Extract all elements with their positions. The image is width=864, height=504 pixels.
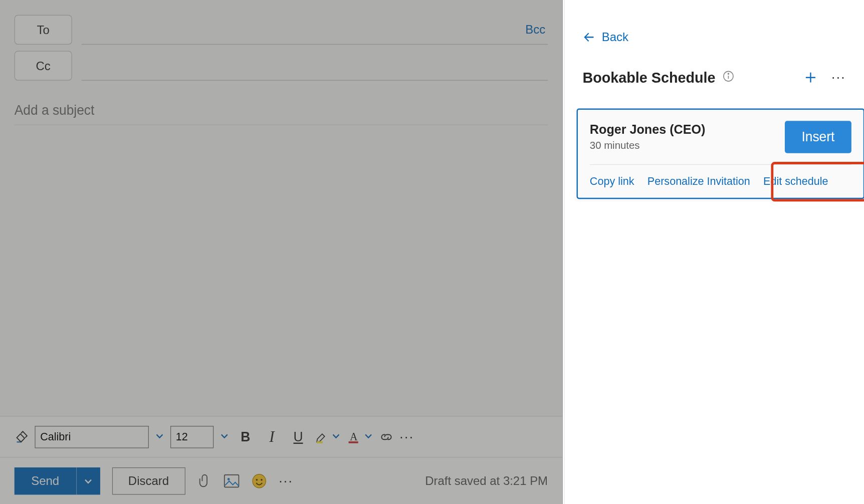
info-icon[interactable] — [723, 70, 735, 85]
panel-more-icon[interactable]: ··· — [831, 69, 846, 85]
schedule-duration: 30 minutes — [590, 139, 706, 152]
svg-rect-2 — [349, 441, 358, 443]
plus-icon — [804, 70, 817, 84]
discard-button[interactable]: Discard — [112, 467, 185, 494]
font-color-icon[interactable]: A — [347, 429, 361, 444]
font-color-dropdown-icon[interactable] — [364, 430, 373, 443]
bookable-schedule-panel: Back Bookable Schedule ··· Roger Jones (… — [564, 0, 864, 504]
cc-button[interactable]: Cc — [15, 51, 72, 80]
format-more-icon[interactable]: ··· — [399, 429, 414, 445]
font-size-input[interactable] — [170, 425, 213, 448]
message-body[interactable] — [0, 125, 562, 416]
send-split-button[interactable] — [76, 467, 100, 494]
image-icon[interactable] — [224, 474, 239, 487]
svg-point-6 — [256, 478, 258, 480]
format-painter-icon[interactable] — [15, 429, 29, 444]
font-name-dropdown-icon[interactable] — [155, 430, 164, 443]
highlight-icon[interactable] — [314, 429, 329, 444]
svg-rect-3 — [224, 474, 239, 487]
format-toolbar: B I U A ··· — [0, 416, 562, 457]
cc-input[interactable] — [82, 51, 548, 80]
svg-point-5 — [252, 474, 265, 487]
svg-point-4 — [227, 477, 230, 480]
schedule-card: Roger Jones (CEO) 30 minutes Insert Copy… — [577, 108, 864, 199]
copy-link[interactable]: Copy link — [590, 174, 634, 187]
add-schedule-button[interactable] — [804, 70, 817, 84]
panel-title: Bookable Schedule — [583, 69, 716, 86]
underline-button[interactable]: U — [288, 426, 309, 447]
font-size-dropdown-icon[interactable] — [220, 430, 229, 443]
back-link[interactable]: Back — [583, 30, 629, 44]
action-more-icon[interactable]: ··· — [279, 473, 293, 489]
send-button[interactable]: Send — [15, 467, 76, 494]
edit-schedule-link[interactable]: Edit schedule — [763, 174, 828, 187]
font-name-input[interactable] — [35, 425, 148, 448]
schedule-name: Roger Jones (CEO) — [590, 122, 706, 137]
svg-point-10 — [728, 73, 729, 74]
attach-icon[interactable] — [197, 473, 211, 488]
svg-text:A: A — [350, 430, 358, 442]
to-input[interactable] — [82, 15, 548, 45]
highlight-dropdown-icon[interactable] — [331, 430, 341, 443]
back-label: Back — [602, 30, 628, 44]
svg-rect-0 — [317, 441, 323, 443]
link-icon[interactable] — [379, 429, 394, 444]
personalize-link[interactable]: Personalize Invitation — [647, 174, 750, 187]
draft-status: Draft saved at 3:21 PM — [425, 473, 548, 487]
italic-button[interactable]: I — [262, 426, 282, 447]
emoji-icon[interactable] — [251, 473, 267, 489]
compose-pane: To Bcc Cc B I U — [0, 0, 563, 504]
arrow-left-icon — [583, 30, 596, 44]
subject-input[interactable] — [15, 96, 548, 125]
action-bar: Send Discard ··· Draft saved at 3:21 PM — [0, 457, 562, 504]
bold-button[interactable]: B — [235, 426, 256, 447]
insert-button[interactable]: Insert — [785, 121, 851, 153]
svg-point-7 — [261, 478, 263, 480]
bcc-link[interactable]: Bcc — [525, 23, 545, 37]
to-button[interactable]: To — [15, 15, 72, 45]
